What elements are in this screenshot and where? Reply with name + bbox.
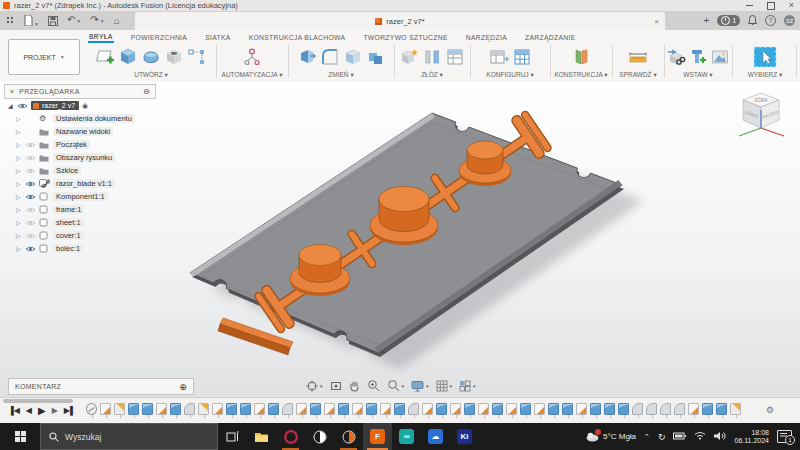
insert-fastener-icon[interactable] [688, 47, 708, 67]
ki-app-icon[interactable]: Ki [450, 423, 479, 450]
press-pull-icon[interactable] [297, 47, 317, 67]
root-document-badge[interactable]: razer_2 v7 [31, 101, 79, 110]
minimize-button[interactable] [746, 5, 753, 6]
infinity-app-icon[interactable]: ∞ [392, 423, 421, 450]
timeline-feature-extrude[interactable] [716, 403, 727, 415]
timeline-feature-fillet[interactable] [660, 403, 671, 415]
expand-icon[interactable]: ▷ [16, 128, 22, 135]
timeline-feature-surface[interactable] [198, 403, 209, 415]
start-button[interactable] [0, 423, 40, 450]
visibility-eye-icon[interactable] [25, 167, 36, 175]
construction-plane-icon[interactable] [571, 47, 591, 67]
timeline-feature-sketch[interactable] [478, 403, 489, 415]
visibility-eye-icon[interactable] [25, 154, 36, 162]
timeline-feature-sketch[interactable] [352, 403, 363, 415]
redo-button[interactable]: ↷▼ [90, 15, 104, 26]
tree-item-początek[interactable]: ▷Początek [4, 138, 156, 151]
zoom-tool[interactable] [367, 379, 380, 392]
timeline-feature-sketch[interactable] [156, 403, 167, 415]
comment-panel[interactable]: KOMENTARZ ⊕ [8, 378, 194, 395]
new-component-icon[interactable] [399, 47, 419, 67]
3d-viewport[interactable]: GÓRA LEWO PRZÓD « PRZEGLĄDARKA ⊖ ◢ razer… [0, 82, 800, 397]
timeline-feature-surface[interactable] [730, 403, 741, 415]
close-document-icon[interactable]: × [654, 17, 659, 26]
document-tab[interactable]: razer_2 v7* × [135, 12, 665, 30]
project-dropdown-button[interactable]: PROJEKT▼ [8, 39, 80, 75]
hole-icon[interactable] [164, 47, 184, 67]
visibility-eye-icon[interactable] [25, 193, 36, 201]
timeline-feature-fillet[interactable] [282, 403, 293, 415]
expand-icon[interactable]: ▷ [16, 206, 22, 213]
select-icon[interactable] [752, 45, 778, 69]
taskbar-clock[interactable]: 18:08 06.11.2024 [734, 429, 769, 445]
file-explorer-icon[interactable] [247, 423, 276, 450]
joint-icon[interactable] [422, 47, 442, 67]
ribbon-tab-zarządzanie[interactable]: ZARZĄDZANIE [524, 32, 577, 42]
tree-item-sheet:1[interactable]: ▷sheet:1 [4, 216, 156, 229]
fusion-taskbar-icon[interactable]: F [363, 423, 392, 450]
timeline-feature-sketch[interactable] [296, 403, 307, 415]
maximize-button[interactable] [767, 2, 775, 10]
activate-radio-icon[interactable]: ◉ [82, 102, 88, 110]
skip-to-end-button[interactable]: ▶▌ [64, 406, 76, 415]
timeline-feature-sketch[interactable] [506, 403, 517, 415]
expand-icon[interactable]: ▷ [16, 115, 22, 122]
expand-icon[interactable]: ▷ [16, 219, 22, 226]
ribbon-tab-siatka[interactable]: SIATKA [204, 32, 231, 42]
zoom-window-tool[interactable]: ▾ [387, 379, 405, 392]
timeline-feature-sketch[interactable] [380, 403, 391, 415]
shell-icon[interactable] [343, 47, 363, 67]
timeline-feature-fillet[interactable] [674, 403, 685, 415]
expand-icon[interactable]: ▷ [16, 167, 22, 174]
tree-item-root[interactable]: ◢ razer_2 v7 ◉ [4, 99, 156, 112]
grid-settings-tool[interactable]: ▾ [436, 380, 453, 392]
timeline-feature-sketch[interactable] [450, 403, 461, 415]
timeline-feature-sketch[interactable] [100, 403, 111, 415]
save-button[interactable] [48, 12, 58, 30]
volume-tray-icon[interactable] [714, 431, 726, 443]
timeline-feature-extrude[interactable] [604, 403, 615, 415]
expand-icon[interactable]: ▷ [16, 193, 22, 200]
timeline-feature-extrude[interactable] [548, 403, 559, 415]
expand-icon[interactable]: ▷ [16, 232, 22, 239]
tray-expand-chevron[interactable]: ⌃ [644, 433, 650, 441]
view-cube[interactable]: GÓRA LEWO PRZÓD [730, 86, 792, 148]
hide-panel-icon[interactable]: ⊖ [143, 87, 150, 96]
timeline-feature-extrude[interactable] [464, 403, 475, 415]
ribbon-tab-powierzchnia[interactable]: POWIERZCHNIA [130, 32, 188, 42]
taskbar-search[interactable]: Wyszukaj [40, 423, 218, 450]
timeline-feature-extrude[interactable] [240, 403, 251, 415]
tree-item-frame:1[interactable]: ▷frame:1 [4, 203, 156, 216]
weather-widget[interactable]: 5°C Mgła [586, 431, 636, 442]
group-label-konfiguruj[interactable]: KONFIGURUJ ▾ [472, 71, 548, 79]
timeline-feature-extrude[interactable] [702, 403, 713, 415]
timeline-feature-extrude[interactable] [268, 403, 279, 415]
group-label-wstaw[interactable]: WSTAW ▾ [666, 71, 730, 79]
data-panel-toggle-icon[interactable] [6, 16, 15, 25]
timeline-feature-surface[interactable] [114, 403, 125, 415]
sketch-dimension-icon[interactable] [187, 47, 207, 67]
user-avatar[interactable]: SZ [784, 15, 795, 26]
extrude-icon[interactable] [118, 47, 138, 67]
timeline-feature-extrude[interactable] [618, 403, 629, 415]
visibility-eye-icon[interactable] [25, 206, 36, 214]
bom-table-icon[interactable] [445, 47, 465, 67]
group-label-konstrukcja[interactable]: KONSTRUKCJA ▾ [552, 71, 610, 79]
timeline-feature-insert[interactable] [86, 403, 97, 415]
timeline-feature-sketch[interactable] [422, 403, 433, 415]
timeline-feature-sketch[interactable] [212, 403, 223, 415]
timeline-feature-sketch[interactable] [576, 403, 587, 415]
insert-canvas-icon[interactable] [710, 47, 730, 67]
tree-item-ustawienia-dokumentu[interactable]: ▷⚙Ustawienia dokumentu [4, 112, 156, 125]
ribbon-tab-konstrukcja-blachowa[interactable]: KONSTRUKCJA BLACHOWA [248, 32, 347, 42]
wifi-tray-icon[interactable] [694, 431, 706, 442]
battery-tray-icon[interactable] [673, 432, 686, 442]
file-menu-button[interactable]: ▼ [24, 12, 39, 30]
timeline-feature-extrude[interactable] [436, 403, 447, 415]
collapse-panel-icon[interactable]: « [10, 88, 14, 95]
job-status-button[interactable]: 1 [717, 15, 740, 26]
ribbon-tab-bryła[interactable]: BRYŁA [88, 31, 114, 43]
timeline-feature-extrude[interactable] [338, 403, 349, 415]
configure-table-icon[interactable] [489, 47, 509, 67]
timeline-settings-gear-icon[interactable]: ⚙ [766, 405, 774, 415]
